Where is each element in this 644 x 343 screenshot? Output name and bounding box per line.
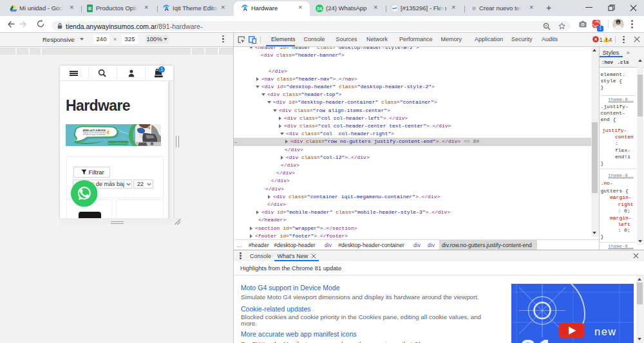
svg-text:24: 24 [317, 6, 322, 10]
svg-text:el medio de pago con efectivo: el medio de pago con efectivo [83, 133, 106, 136]
svg-text:A: A [243, 6, 247, 12]
svg-text:VER MÁS MEDIOS DE PAGO: VER MÁS MEDIOS DE PAGO [108, 142, 129, 144]
svg-text:81: 81 [520, 334, 556, 343]
svg-text:ARMÁ LA PC A MEDIDA: ARMÁ LA PC A MEDIDA [83, 129, 106, 132]
svg-text:A: A [164, 6, 168, 12]
svg-text:new: new [594, 326, 617, 337]
